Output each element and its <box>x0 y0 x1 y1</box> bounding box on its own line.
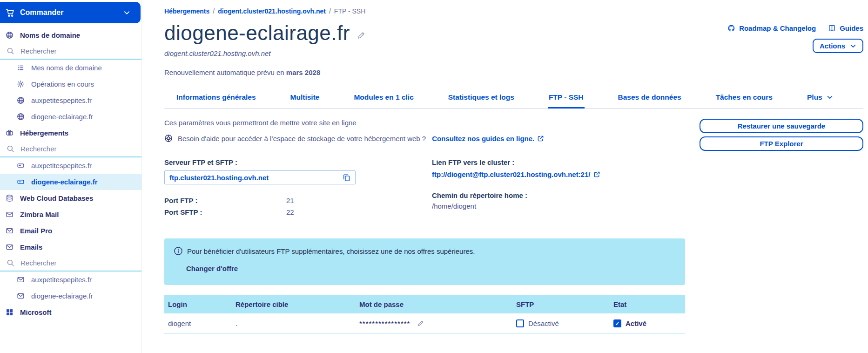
tab-panel-ftp-ssh: Ces paramètres vous permettront de mettr… <box>164 119 863 334</box>
tab-bases-de-donn-es[interactable]: Bases de données <box>617 88 682 109</box>
server-icon <box>17 162 25 170</box>
help-row: Besoin d'aide pour accéder à l’espace de… <box>164 134 685 143</box>
mail-icon <box>17 292 25 300</box>
tab-t-ches-en-cours[interactable]: Tâches en cours <box>715 88 774 109</box>
roadmap-changelog-link[interactable]: Roadmap & Changelog <box>727 24 816 32</box>
main-content: Hébergements / diogent.cluster021.hostin… <box>142 0 868 353</box>
copy-icon[interactable] <box>343 174 350 182</box>
chevron-down-icon <box>123 9 130 16</box>
sidebar-item-emails[interactable]: Emails <box>0 239 141 255</box>
sidebar-search-input[interactable]: Rechercher <box>0 255 141 272</box>
tab-informations-g-n-rales[interactable]: Informations générales <box>175 88 257 109</box>
col-password: Mot de passe <box>356 295 512 313</box>
sidebar-search-input[interactable]: Rechercher <box>0 43 141 60</box>
restore-backup-button[interactable]: Restaurer une sauvegarde <box>700 119 863 133</box>
sidebar-item-diogene-eclairage-fr[interactable]: diogene-eclairage.fr <box>0 109 141 125</box>
sidebar-item-diogene-eclairage-fr[interactable]: diogene-eclairage.fr <box>0 174 141 190</box>
server-info-grid: Serveur FTP et SFTP : ftp.cluster021.hos… <box>164 158 685 218</box>
ovh-manager-app: Commander Noms de domaine Rechercher Mes… <box>0 0 868 353</box>
title-block: diogene-eclairage.fr diogent.cluster021.… <box>164 15 366 76</box>
sftp-checkbox[interactable] <box>516 319 524 327</box>
banner-text: Pour bénéficier d'utilisateurs FTP suppl… <box>187 247 475 255</box>
tab-ftp-ssh[interactable]: FTP - SSH <box>548 88 585 109</box>
search-icon <box>7 145 14 153</box>
server-column: Serveur FTP et SFTP : ftp.cluster021.hos… <box>164 158 432 218</box>
sidebar-item-noms-de-domaine[interactable]: Noms de domaine <box>0 27 141 43</box>
tab-bar: Informations généralesMultisiteModules e… <box>164 88 863 109</box>
lifebuoy-icon <box>164 134 173 143</box>
sidebar-item-op-rations-en-cours[interactable]: Opérations en cours <box>0 76 141 92</box>
hosting-icon <box>6 129 13 137</box>
side-actions: Restaurer une sauvegarde FTP Explorer <box>700 119 863 334</box>
breadcrumb-hebergements[interactable]: Hébergements <box>164 7 209 15</box>
mail-icon <box>17 276 25 284</box>
commander-label: Commander <box>20 8 123 17</box>
cart-icon <box>6 8 14 17</box>
renewal-date: mars 2028 <box>286 68 320 76</box>
sidebar-item-web-cloud-databases[interactable]: Web Cloud Databases <box>0 190 141 206</box>
sidebar-search-input[interactable]: Rechercher <box>0 141 141 157</box>
globe-icon <box>17 113 25 121</box>
globe-icon <box>17 96 25 104</box>
sidebar-item-zimbra-mail[interactable]: Zimbra Mail <box>0 206 141 223</box>
list-icon <box>17 64 25 72</box>
edit-title-pencil-icon[interactable] <box>357 31 366 40</box>
guides-online-link[interactable]: Consultez nos guides en ligne. <box>432 135 544 143</box>
sidebar-item-email-pro[interactable]: Email Pro <box>0 223 141 239</box>
tab-plus[interactable]: Plus <box>806 88 834 109</box>
service-subtitle: diogent.cluster021.hosting.ovh.net <box>164 49 366 57</box>
password-mask: **************** <box>359 319 410 327</box>
breadcrumb-separator: / <box>213 7 215 15</box>
commander-button[interactable]: Commander <box>0 2 141 23</box>
sidebar-item-auxpetitespepites-fr[interactable]: auxpetitespepites.fr <box>0 157 141 174</box>
cluster-ftp-link[interactable]: ftp://diogent@ftp.cluster021.hosting.ovh… <box>432 170 600 178</box>
sftp-state-label: Désactivé <box>528 319 559 327</box>
gear-icon <box>17 80 25 88</box>
cell-sftp: Désactivé <box>512 313 610 333</box>
globe-icon <box>6 31 13 39</box>
ftp-settings: Ces paramètres vous permettront de mettr… <box>164 119 685 334</box>
breadcrumb-service[interactable]: diogent.cluster021.hosting.ovh.net <box>218 7 326 15</box>
microsoft-icon <box>6 308 13 316</box>
intro-text: Ces paramètres vous permettront de mettr… <box>164 119 685 127</box>
info-icon <box>174 246 183 256</box>
sidebar-nav: Noms de domaine Rechercher Mes noms de d… <box>0 27 141 320</box>
change-offer-link[interactable]: Changer d'offre <box>186 265 238 272</box>
port-sftp-label: Port SFTP : <box>164 206 286 218</box>
sidebar-item-microsoft[interactable]: Microsoft <box>0 304 141 320</box>
port-ftp-label: Port FTP : <box>164 195 286 206</box>
col-login: Login <box>164 295 232 313</box>
server-icon <box>17 178 25 186</box>
guides-link[interactable]: Guides <box>828 24 863 32</box>
home-dir-label: Chemin du répertoire home : <box>432 191 685 199</box>
info-banner: Pour bénéficier d'utilisateurs FTP suppl… <box>164 238 685 285</box>
tab-statistiques-et-logs[interactable]: Statistiques et logs <box>447 88 515 109</box>
sidebar-item-h-bergements[interactable]: Hébergements <box>0 125 141 141</box>
col-state: Etat <box>610 295 685 313</box>
database-icon <box>6 194 13 202</box>
renewal-info: Renouvellement automatique prévu en mars… <box>164 68 366 76</box>
actions-button[interactable]: Actions <box>813 39 863 53</box>
sidebar-item-diogene-eclairage-fr[interactable]: diogene-eclairage.fr <box>0 288 141 304</box>
col-sftp: SFTP <box>512 295 610 313</box>
sidebar-item-auxpetitespepites-fr[interactable]: auxpetitespepites.fr <box>0 92 141 109</box>
edit-password-pencil-icon[interactable] <box>417 319 424 327</box>
sidebar-item-auxpetitespepites-fr[interactable]: auxpetitespepites.fr <box>0 272 141 288</box>
ports-block: Port FTP : 21 Port SFTP : 22 <box>164 195 432 218</box>
home-dir-value: /home/diogent <box>432 202 685 210</box>
state-label: Activé <box>626 319 646 327</box>
cell-password: **************** <box>356 313 512 333</box>
external-link-icon <box>537 135 544 142</box>
ftp-users-table: Login Répertoire cible Mot de passe SFTP… <box>164 295 685 334</box>
tab-multisite[interactable]: Multisite <box>289 88 321 109</box>
state-checkbox[interactable] <box>613 319 621 327</box>
page-title: diogene-eclairage.fr <box>164 21 350 45</box>
cluster-column: Lien FTP vers le cluster : ftp://diogent… <box>432 158 685 218</box>
sidebar-item-mes-noms-de-domaine[interactable]: Mes noms de domaine <box>0 60 141 76</box>
search-icon <box>7 47 14 55</box>
ftp-explorer-button[interactable]: FTP Explorer <box>700 136 863 151</box>
tab-modules-en-1-clic[interactable]: Modules en 1 clic <box>353 88 414 109</box>
search-icon <box>7 259 14 267</box>
chevron-down-icon <box>827 94 833 101</box>
page-header: diogene-eclairage.fr diogent.cluster021.… <box>164 15 863 76</box>
